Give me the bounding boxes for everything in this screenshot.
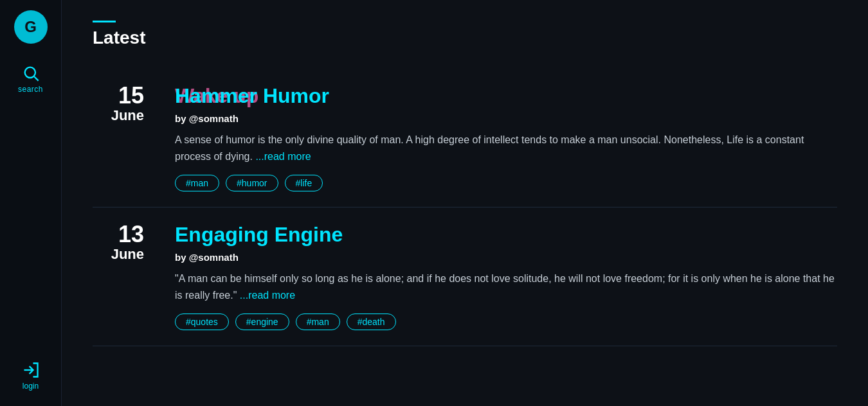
search-label: search [18, 85, 43, 94]
avatar[interactable]: G [14, 10, 48, 44]
article-date-month: June [93, 246, 144, 263]
tag-item[interactable]: #humor [226, 175, 278, 191]
sidebar-item-search[interactable]: search [18, 64, 43, 94]
login-icon [22, 361, 40, 379]
article-body: Hammer Humor Wake up by @somnath A sense… [175, 84, 837, 191]
page-title: Latest [93, 21, 837, 48]
article-date-day: 15 [93, 84, 144, 107]
article-author: by @somnath [175, 252, 837, 263]
svg-line-1 [34, 76, 38, 80]
article-title[interactable]: Hammer Humor [175, 84, 837, 108]
tag-item[interactable]: #life [285, 175, 323, 191]
article-item: 13 June Engaging Engine by @somnath "A m… [93, 207, 837, 346]
article-author: by @somnath [175, 113, 837, 124]
read-more-link[interactable]: ...read more [255, 151, 311, 162]
article-item: 15 June Hammer Humor Wake up by @somnath… [93, 69, 837, 207]
article-title[interactable]: Engaging Engine [175, 223, 837, 247]
sidebar-item-login[interactable]: login [22, 361, 40, 391]
article-excerpt: A sense of humor is the only divine qual… [175, 132, 837, 164]
tag-item[interactable]: #quotes [175, 313, 229, 330]
tag-item[interactable]: #man [296, 313, 340, 330]
article-date-month: June [93, 107, 144, 124]
article-date-day: 13 [93, 223, 144, 246]
search-icon [22, 64, 40, 82]
article-body: Engaging Engine by @somnath "A man can b… [175, 223, 837, 330]
tag-item[interactable]: #death [347, 313, 396, 330]
article-excerpt: "A man can be himself only so long as he… [175, 270, 837, 303]
read-more-link[interactable]: ...read more [240, 290, 295, 301]
login-label: login [23, 382, 39, 391]
main-content: Latest 15 June Hammer Humor Wake up by @… [62, 0, 868, 406]
tag-list: #quotes #engine #man #death [175, 313, 837, 330]
tag-list: #man #humor #life [175, 175, 837, 191]
svg-point-0 [24, 67, 35, 78]
sidebar: G search login [0, 0, 62, 406]
tag-item[interactable]: #man [175, 175, 219, 191]
article-date: 13 June [93, 223, 144, 330]
avatar-letter: G [24, 18, 37, 36]
tag-item[interactable]: #engine [235, 313, 289, 330]
article-date: 15 June [93, 84, 144, 191]
